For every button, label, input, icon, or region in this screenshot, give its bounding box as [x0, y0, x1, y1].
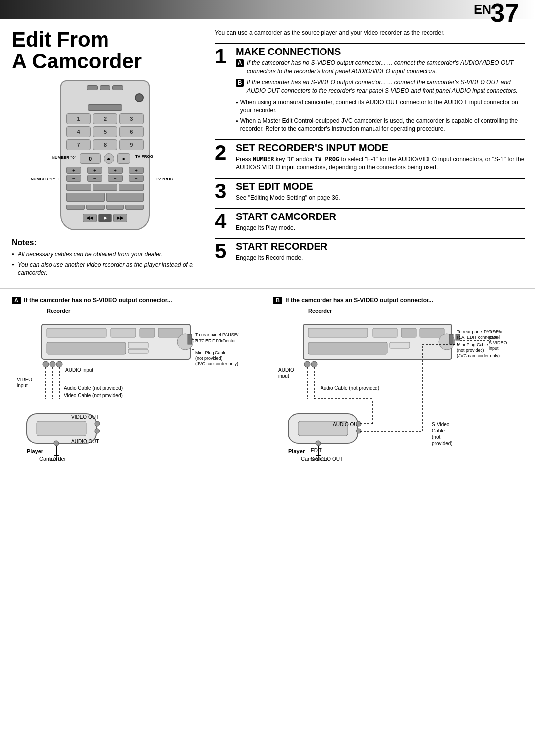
svg-text:(JVC camcorder only): (JVC camcorder only) [195, 361, 238, 366]
step-5: 5 Start Recorder Engage its Record mode. [215, 238, 525, 264]
main-content: Edit FromA Camcorder [0, 19, 535, 284]
svg-text:Player: Player [27, 448, 44, 454]
svg-text:AUDIO: AUDIO [278, 367, 294, 373]
step-2-body: Press NUMBER key "0" and/or TV PROG to s… [236, 155, 525, 172]
svg-point-49 [304, 361, 310, 367]
svg-rect-1 [47, 328, 106, 337]
svg-text:(JVC camcorder only): (JVC camcorder only) [457, 353, 500, 358]
svg-rect-3 [140, 328, 155, 337]
svg-rect-42 [308, 328, 368, 337]
step-5-body: Engage its Record mode. [236, 254, 525, 262]
diagram-b-title: B If the camcorder has an S-VIDEO output… [273, 297, 523, 304]
number-zero-label: NUMBER "0" [52, 155, 76, 160]
step-3: 3 Set Edit Mode See "Editing Mode Settin… [215, 178, 525, 204]
header-bar [0, 0, 535, 19]
step-1-sub-b: B If the camcorder has an S-VIDEO output… [236, 78, 525, 95]
svg-text:S-Video: S-Video [432, 422, 450, 427]
svg-point-50 [311, 361, 317, 367]
page-title: Edit FromA Camcorder [12, 29, 198, 72]
svg-rect-44 [401, 328, 416, 337]
svg-rect-29 [37, 421, 86, 436]
notes-list: All necessary cables can be obtained fro… [12, 250, 198, 277]
diagram-a-title: A If the camcorder has no S-VIDEO output… [12, 297, 262, 304]
step-1-body: A If the camcorder has no S-VIDEO output… [236, 59, 525, 133]
step-5-title: Start Recorder [236, 241, 525, 252]
svg-text:Audio Cable (not provided): Audio Cable (not provided) [321, 385, 379, 391]
svg-text:To rear: To rear [489, 329, 503, 334]
step-1-bullet-2: When a Master Edit Control-equipped JVC … [236, 117, 525, 134]
note-item: You can also use another video recorder … [12, 261, 198, 277]
svg-point-11 [56, 361, 62, 367]
right-column: You can use a camcorder as the source pl… [208, 24, 535, 284]
svg-rect-7 [128, 342, 148, 348]
step-1-sub-a: A If the camcorder has no S-VIDEO output… [236, 59, 525, 76]
svg-text:Mini-Plug Cable: Mini-Plug Cable [195, 350, 227, 355]
step-1-title: Make Connections [236, 46, 525, 57]
step-1-sub-b-text: If the camcorder has an S-VIDEO output c… [247, 78, 525, 95]
svg-rect-12 [188, 334, 192, 344]
svg-rect-45 [420, 328, 444, 337]
remote-illustration: 1 2 3 4 5 6 7 8 9 0 NUMBER "0" [12, 80, 198, 230]
diagram-a-content: Recorder [12, 308, 262, 468]
step-4: 4 Start Camcorder Engage its Play mode. [215, 208, 525, 234]
step-3-title: Set Edit Mode [236, 181, 525, 192]
step-4-number: 4 [215, 211, 231, 232]
svg-point-83 [316, 441, 321, 446]
step-3-content: Set Edit Mode See "Editing Mode Setting"… [236, 181, 525, 204]
svg-text:(not provided): (not provided) [195, 356, 223, 361]
page-number: 37 [490, 0, 519, 26]
step-1-content: Make Connections A If the camcorder has … [236, 46, 525, 135]
svg-text:input: input [17, 383, 28, 388]
svg-text:Cable: Cable [432, 428, 445, 433]
svg-text:Audio Cable (not provided): Audio Cable (not provided) [64, 385, 123, 391]
notes-section: Notes: All necessary cables can be obtai… [12, 238, 198, 277]
diagram-b: B If the camcorder has an S-VIDEO output… [273, 297, 523, 468]
step-5-content: Start Recorder Engage its Record mode. [236, 241, 525, 264]
step-3-number: 3 [215, 181, 231, 202]
svg-text:Video Cable (not provided): Video Cable (not provided) [64, 393, 123, 398]
step-1-bullet-1: When using a monaural camcorder, connect… [236, 98, 525, 115]
svg-text:provided): provided) [432, 441, 453, 446]
svg-text:AUDIO input: AUDIO input [65, 367, 93, 373]
svg-text:input: input [278, 373, 289, 378]
step-1: 1 Make Connections A If the camcorder ha… [215, 43, 525, 135]
svg-text:Player: Player [288, 448, 305, 454]
svg-rect-48 [390, 342, 410, 348]
remote-control: 1 2 3 4 5 6 7 8 9 0 NUMBER "0" [60, 80, 150, 230]
left-column: Edit FromA Camcorder [0, 24, 208, 284]
svg-point-36 [95, 429, 100, 433]
diagrams-section: A If the camcorder has no S-VIDEO output… [0, 288, 535, 468]
svg-rect-51 [449, 334, 453, 344]
svg-point-10 [50, 361, 55, 367]
svg-text:EDIT: EDIT [49, 456, 60, 462]
svg-point-9 [43, 361, 49, 367]
svg-point-37 [54, 441, 59, 446]
svg-rect-8 [128, 349, 148, 353]
step-3-body: See "Editing Mode Setting" on page 36. [236, 194, 525, 202]
svg-text:S VIDEO: S VIDEO [489, 340, 507, 345]
svg-text:R.A. EDIT connector: R.A. EDIT connector [195, 338, 236, 343]
svg-rect-47 [308, 342, 387, 354]
step-1-number: 1 [215, 46, 231, 67]
svg-text:input: input [489, 346, 499, 351]
en-label: EN [474, 2, 491, 17]
svg-rect-6 [47, 342, 126, 354]
svg-text:VIDEO OUT: VIDEO OUT [71, 414, 99, 420]
diagram-b-content: Recorder [273, 308, 523, 468]
step-2-title: Set Recorder's Input Mode [236, 142, 525, 153]
diagram-b-label: B [273, 297, 282, 304]
diagram-a-recorder-label: Recorder [47, 308, 262, 314]
svg-text:AUDIO OUT: AUDIO OUT [71, 439, 99, 444]
svg-text:Mini-Plug Cable: Mini-Plug Cable [457, 342, 488, 347]
diagram-a-svg: VIDEO input AUDIO input Audio Cable (not… [12, 315, 250, 468]
svg-text:VIDEO: VIDEO [17, 377, 32, 382]
diagrams-row: A If the camcorder has no S-VIDEO output… [12, 297, 523, 468]
step-2: 2 Set Recorder's Input Mode Press NUMBER… [215, 139, 525, 174]
svg-rect-43 [373, 328, 397, 337]
diagram-a-label: A [12, 297, 21, 304]
step-5-number: 5 [215, 241, 231, 262]
svg-text:(not provided): (not provided) [457, 348, 484, 353]
notes-title: Notes: [12, 238, 198, 247]
note-item: All necessary cables can be obtained fro… [12, 250, 198, 259]
step-1-sub-a-text: If the camcorder has no S-VIDEO output c… [247, 59, 525, 76]
